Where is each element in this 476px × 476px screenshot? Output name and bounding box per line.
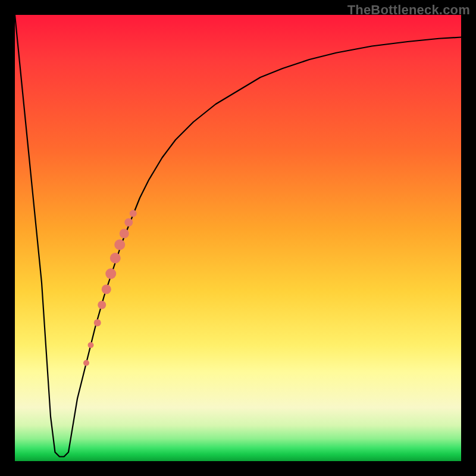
- highlight-marker: [102, 284, 111, 294]
- plot-area: [15, 15, 461, 461]
- watermark-label: TheBottleneck.com: [347, 2, 470, 18]
- highlight-marker: [83, 360, 89, 366]
- bottleneck-curve: [15, 15, 461, 457]
- highlight-marker: [130, 210, 137, 217]
- highlight-marker: [110, 253, 121, 264]
- highlight-marker: [120, 229, 129, 239]
- highlight-marker: [98, 301, 106, 309]
- highlight-marker: [88, 342, 94, 348]
- highlight-marker: [124, 218, 133, 227]
- chart-svg: [15, 15, 461, 461]
- highlight-markers: [83, 210, 137, 366]
- highlight-marker: [114, 239, 125, 250]
- chart-frame: TheBottleneck.com: [0, 0, 476, 476]
- highlight-marker: [105, 268, 116, 279]
- highlight-marker: [94, 320, 101, 327]
